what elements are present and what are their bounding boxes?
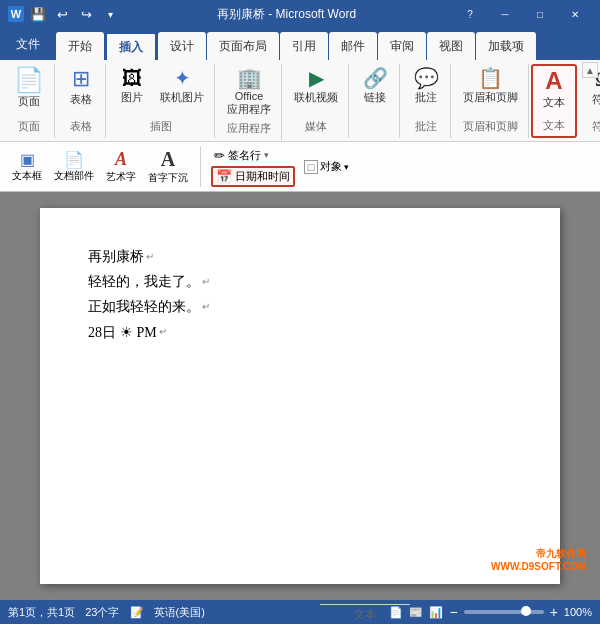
shapes-icon: ✦ [174, 68, 191, 88]
tab-addins[interactable]: 加载项 [476, 32, 536, 60]
tab-home[interactable]: 开始 [56, 32, 104, 60]
watermark: 帝九软件网 WWW.D9SOFT.COM [491, 547, 586, 572]
watermark-line1: 帝九软件网 [491, 547, 586, 561]
zoom-plus-btn[interactable]: + [550, 604, 558, 620]
window-controls: ? ─ □ ✕ [453, 0, 592, 28]
help-btn[interactable]: ? [453, 0, 487, 28]
tab-file[interactable]: 文件 [0, 28, 56, 60]
tables-items: ⊞ 表格 [61, 66, 101, 117]
title-bar-left: W 💾 ↩ ↪ ▾ [8, 4, 120, 24]
textbox-label: 文本框 [12, 169, 42, 183]
doc-extra: ☀ PM [120, 320, 157, 345]
window-title: 再别康桥 - Microsoft Word [120, 6, 453, 23]
doc-line-4: 28日 ☀ PM ↵ [88, 320, 512, 345]
quick-undo-btn[interactable]: ↩ [52, 4, 72, 24]
group-illustrations: 🖼 图片 ✦ 联机图片 插图 [108, 64, 215, 138]
btn-table[interactable]: ⊞ 表格 [61, 66, 101, 109]
btn-comment[interactable]: 💬 批注 [406, 66, 446, 107]
btn-dropcap[interactable]: A 首字下沉 [144, 146, 192, 187]
links-group-label [355, 132, 395, 136]
btn-textbox[interactable]: ▣ 文本框 [8, 148, 46, 185]
watermark-line2: WWW.D9SOFT.COM [491, 561, 586, 572]
tab-insert[interactable]: 插入 [105, 32, 157, 60]
document-page[interactable]: 再别康桥 ↵ 轻轻的，我走了。 ↵ 正如我轻轻的来。 ↵ 28日 ☀ PM ↵ [40, 208, 560, 584]
tab-layout[interactable]: 页面布局 [207, 32, 279, 60]
btn-datetime[interactable]: 📅 日期和时间 [211, 166, 295, 187]
tab-mail[interactable]: 邮件 [329, 32, 377, 60]
zoom-minus-btn[interactable]: − [449, 604, 457, 620]
doc-text-2: 轻轻的，我走了。 [88, 269, 200, 294]
btn-text[interactable]: A 文本 [534, 67, 574, 112]
group-media: ▶ 联机视频 媒体 [284, 64, 349, 138]
title-bar: W 💾 ↩ ↪ ▾ 再别康桥 - Microsoft Word ? ─ □ ✕ [0, 0, 600, 28]
view-icon-3[interactable]: 📊 [429, 606, 443, 619]
links-items: 🔗 链接 [355, 66, 395, 132]
document-area: 再别康桥 ↵ 轻轻的，我走了。 ↵ 正如我轻轻的来。 ↵ 28日 ☀ PM ↵ [0, 192, 600, 600]
btn-link[interactable]: 🔗 链接 [355, 66, 395, 107]
text-items: A 文本 [534, 67, 574, 116]
group-tables: ⊞ 表格 表格 [57, 64, 106, 138]
minimize-btn[interactable]: ─ [488, 0, 522, 28]
tab-review[interactable]: 审阅 [378, 32, 426, 60]
btn-object[interactable]: □ 对象 ▾ [301, 158, 352, 175]
group-pages: 📄 页面 页面 [4, 64, 55, 138]
object-icon: □ [304, 160, 318, 174]
ribbon-collapse-btn[interactable]: ▲ [582, 62, 598, 78]
group-comments: 💬 批注 批注 [402, 64, 451, 138]
para-mark-2: ↵ [202, 273, 210, 291]
text-group-label: 文本 [534, 116, 574, 135]
btn-online-video[interactable]: ▶ 联机视频 [288, 66, 344, 107]
comments-group-label: 批注 [406, 117, 446, 136]
status-bar: 第1页，共1页 23个字 📝 英语(美国) 📄 📰 📊 − + 100% [0, 600, 600, 624]
btn-wordart[interactable]: A 艺术字 [102, 147, 140, 186]
btn-shapes[interactable]: ✦ 联机图片 [154, 66, 210, 107]
restore-btn[interactable]: □ [523, 0, 557, 28]
zoom-slider-track[interactable] [464, 610, 544, 614]
picture-icon: 🖼 [122, 68, 142, 88]
tab-ref[interactable]: 引用 [280, 32, 328, 60]
tables-group-label: 表格 [61, 117, 101, 136]
btn-office-apps[interactable]: 🏢 Office应用程序 [221, 66, 277, 119]
wordart-label: 艺术字 [106, 170, 136, 184]
picture-label: 图片 [121, 90, 143, 105]
quick-customize-btn[interactable]: ▾ [100, 4, 120, 24]
btn-headerfooter[interactable]: 📋 页眉和页脚 [457, 66, 524, 107]
group-text: A 文本 文本 [531, 64, 577, 138]
media-group-label: 媒体 [288, 117, 344, 136]
btn-signature[interactable]: ✏ 签名行 ▾ [211, 147, 295, 164]
illus-group-label: 插图 [112, 117, 210, 136]
media-items: ▶ 联机视频 [288, 66, 344, 117]
ribbon-content: 📄 页面 页面 ⊞ 表格 表格 🖼 图片 [0, 60, 600, 142]
dropcap-label: 首字下沉 [148, 171, 188, 185]
tab-view[interactable]: 视图 [427, 32, 475, 60]
datetime-label: 日期和时间 [235, 169, 290, 184]
group-apps: 🏢 Office应用程序 应用程序 [217, 64, 282, 140]
pages-group-label: 页面 [8, 117, 50, 136]
quick-redo-btn[interactable]: ↪ [76, 4, 96, 24]
hf-label: 页眉和页脚 [463, 90, 518, 105]
signature-label: 签名行 [228, 148, 261, 163]
page-label: 页面 [18, 94, 40, 109]
quick-save-btn[interactable]: 💾 [28, 4, 48, 24]
zoom-percent[interactable]: 100% [564, 606, 592, 618]
para-mark-4: ↵ [159, 323, 167, 341]
text-label: 文本 [543, 95, 565, 110]
btn-quickparts[interactable]: 📄 文档部件 [50, 148, 98, 185]
status-right: 📄 📰 📊 − + 100% [389, 604, 592, 620]
illus-items: 🖼 图片 ✦ 联机图片 [112, 66, 210, 117]
btn-page[interactable]: 📄 页面 [8, 66, 50, 111]
wordart-icon: A [115, 149, 127, 170]
tab-design[interactable]: 设计 [158, 32, 206, 60]
comment-label: 批注 [415, 90, 437, 105]
link-icon: 🔗 [363, 68, 388, 88]
office-icon: 🏢 [237, 68, 262, 88]
table-icon: ⊞ [72, 68, 90, 90]
btn-picture[interactable]: 🖼 图片 [112, 66, 152, 107]
ribbon-tabs: 文件 开始 插入 设计 页面布局 引用 邮件 审阅 视图 加载项 [0, 28, 600, 60]
zoom-slider-thumb[interactable] [521, 606, 531, 616]
sub-ribbon: ▣ 文本框 📄 文档部件 A 艺术字 A 首字下沉 ✏ 签名行 ▾ [0, 142, 600, 192]
close-btn[interactable]: ✕ [558, 0, 592, 28]
sub-group-label: 文本 [320, 604, 410, 622]
sub-text-group: ▣ 文本框 📄 文档部件 A 艺术字 A 首字下沉 [8, 146, 201, 187]
view-icon-2[interactable]: 📰 [409, 606, 423, 619]
